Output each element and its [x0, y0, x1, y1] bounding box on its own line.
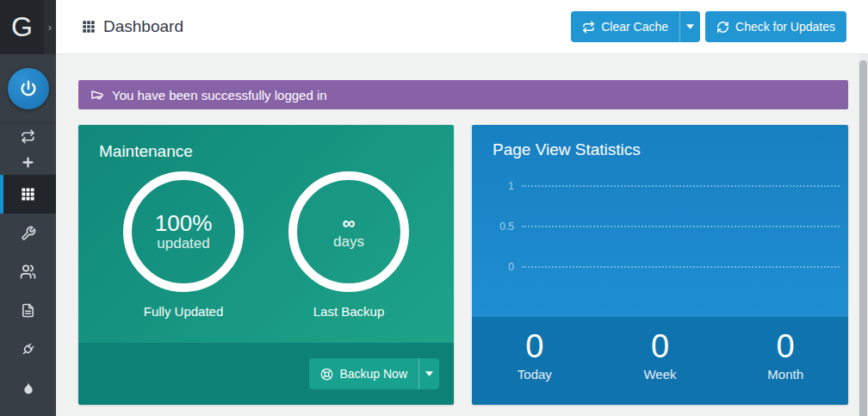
backup-label: Last Backup: [288, 304, 409, 319]
check-updates-label: Check for Updates: [735, 20, 835, 34]
backup-split-button: Backup Now: [309, 358, 439, 389]
notification-banner: You have been successfully logged in: [78, 80, 848, 109]
sidebar-item-plugins[interactable]: [0, 330, 56, 369]
backup-dropdown-caret[interactable]: [418, 358, 439, 389]
stat-value: 0: [777, 329, 795, 365]
page-title: Dashboard: [82, 17, 183, 36]
megaphone-icon: [90, 88, 104, 102]
y-axis-tick: 0: [472, 261, 522, 273]
user-avatar[interactable]: [8, 68, 49, 109]
power-icon: [19, 79, 38, 98]
plus-icon: [21, 155, 35, 170]
stat-week: 0 Week: [598, 317, 723, 405]
gridline: [522, 226, 840, 227]
maintenance-panel: Maintenance 100% updated ∞ days Fully Up…: [78, 125, 454, 405]
plug-icon: [21, 342, 35, 357]
gridline: [522, 266, 840, 268]
droplet-icon: [22, 382, 35, 395]
backup-sub: days: [333, 233, 364, 251]
page-views-chart: 1 0.5 0: [472, 165, 848, 287]
logo-letter: G: [11, 11, 33, 43]
y-axis-tick: 1: [472, 180, 522, 192]
statistics-footer: 0 Today 0 Week 0 Month: [472, 317, 848, 405]
grid-icon: [21, 187, 35, 202]
clear-cache-button[interactable]: Clear Cache: [571, 11, 679, 42]
stat-label: Week: [643, 367, 676, 382]
backup-value: ∞: [343, 213, 356, 233]
retweet-icon: [21, 129, 35, 144]
stat-value: 0: [651, 329, 669, 365]
clear-cache-dropdown-caret[interactable]: [679, 11, 700, 42]
grid-icon: [82, 20, 96, 34]
sidebar-item-themes[interactable]: [0, 369, 56, 407]
stat-today: 0 Today: [472, 317, 598, 405]
stat-label: Month: [767, 367, 803, 382]
sidebar-item-pages[interactable]: [0, 291, 56, 330]
clear-cache-split-button: Clear Cache: [571, 11, 700, 42]
sidebar-item-configuration[interactable]: [0, 214, 56, 252]
updated-sub: updated: [157, 235, 209, 252]
retweet-icon: [582, 21, 595, 34]
logo-row: G ›: [0, 0, 56, 54]
life-ring-icon: [320, 368, 333, 381]
refresh-icon: [716, 21, 729, 34]
caret-down-icon: [686, 24, 694, 29]
statistics-body: Page View Statistics 1 0.5 0: [472, 125, 848, 317]
backup-now-button[interactable]: Backup Now: [309, 358, 418, 389]
backup-now-label: Backup Now: [339, 367, 407, 381]
file-text-icon: [21, 303, 35, 318]
notification-message: You have been successfully logged in: [112, 88, 327, 102]
main-content: You have been successfully logged in Mai…: [56, 54, 868, 416]
avatar-section: [0, 54, 56, 123]
vertical-scrollbar-thumb[interactable]: [859, 60, 867, 416]
y-axis-tick: 0.5: [472, 220, 522, 233]
last-backup-circle: ∞ days: [288, 171, 409, 292]
caret-down-icon: [425, 371, 433, 376]
clear-cache-label: Clear Cache: [601, 20, 668, 34]
check-updates-button[interactable]: Check for Updates: [705, 11, 846, 42]
sidebar-item-clear-cache[interactable]: [0, 123, 56, 149]
stat-month: 0 Month: [722, 317, 848, 405]
updated-label: Fully Updated: [123, 304, 244, 319]
updated-circle: 100% updated: [123, 171, 244, 292]
updated-value: 100%: [155, 211, 213, 236]
maintenance-body: Maintenance 100% updated ∞ days Fully Up…: [78, 125, 454, 343]
stat-label: Today: [518, 367, 552, 382]
maintenance-footer: Backup Now: [78, 343, 454, 405]
stat-value: 0: [525, 329, 543, 365]
users-icon: [20, 264, 36, 280]
gridline: [522, 185, 840, 187]
chevron-right-icon: ›: [48, 21, 52, 34]
statistics-title: Page View Statistics: [493, 140, 848, 159]
sidebar: G ›: [0, 0, 56, 416]
page-title-label: Dashboard: [103, 17, 183, 36]
wrench-icon: [21, 226, 36, 241]
page-view-statistics-panel: Page View Statistics 1 0.5 0: [472, 125, 848, 405]
maintenance-title: Maintenance: [99, 142, 433, 161]
sidebar-item-users[interactable]: [0, 252, 56, 291]
vertical-scrollbar-track[interactable]: [859, 54, 868, 416]
sidebar-item-dashboard[interactable]: [0, 175, 56, 214]
sidebar-collapse-toggle[interactable]: ›: [44, 0, 56, 54]
sidebar-item-add-page[interactable]: [0, 149, 56, 175]
grav-logo[interactable]: G: [0, 0, 44, 54]
topbar: Dashboard Clear Cache Check for Updates: [56, 0, 868, 54]
